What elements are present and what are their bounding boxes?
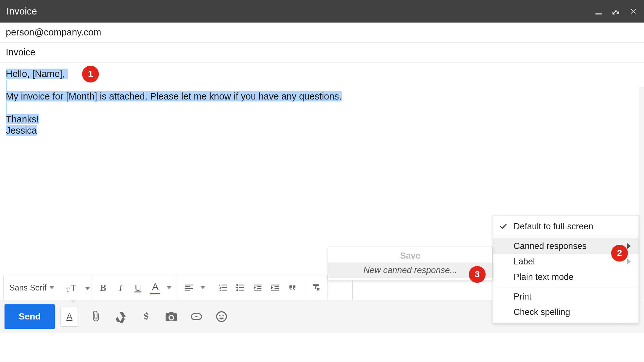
chevron-down-icon <box>201 286 205 289</box>
selection-empty-line-1 <box>6 80 7 91</box>
annotation-1-label: 1 <box>88 69 93 80</box>
insert-link-icon[interactable] <box>189 310 204 324</box>
submenu-header-label: Save <box>400 251 420 261</box>
menu-item-label: Canned responses <box>514 241 587 251</box>
svg-point-2 <box>236 287 238 288</box>
submenu-caret-icon <box>627 243 631 249</box>
body-line-3: Thanks! <box>6 114 39 124</box>
align-button[interactable] <box>183 282 195 293</box>
menu-item-label: Print <box>514 292 532 302</box>
subject-field-row[interactable]: Invoice <box>0 43 644 62</box>
compose-titlebar: Invoice <box>0 0 644 23</box>
menu-item-label: Check spelling <box>514 307 570 317</box>
svg-point-3 <box>236 289 238 291</box>
submenu-item-label: New canned response... <box>363 265 457 275</box>
menu-item-label: Plain text mode <box>514 272 573 282</box>
minimize-icon[interactable] <box>594 7 603 15</box>
body-line-1: Hello, [Name], <box>6 69 65 79</box>
chevron-down-icon <box>50 286 54 289</box>
menu-item-label: Label <box>514 257 535 267</box>
selection-empty-line-2 <box>6 102 7 114</box>
format-toolbar: Sans Serif TT B I U A <box>3 275 353 300</box>
insert-money-icon[interactable] <box>139 310 153 324</box>
menu-plain-text[interactable]: Plain text mode <box>493 269 639 285</box>
annotation-2-label: 2 <box>617 248 622 258</box>
submenu-new-canned-response[interactable]: New canned response... <box>328 262 492 278</box>
menu-check-spelling[interactable]: Check spelling <box>493 304 639 320</box>
italic-button[interactable]: I <box>115 282 126 293</box>
close-icon[interactable] <box>629 7 638 15</box>
quote-button[interactable] <box>287 282 298 293</box>
remove-formatting-button[interactable] <box>310 282 322 293</box>
send-button[interactable]: Send <box>5 304 55 329</box>
body-line-4: Jessica <box>6 125 37 136</box>
insert-drive-icon[interactable] <box>114 310 128 324</box>
body-line-2: My invoice for [Month] is attached. Plea… <box>6 91 342 101</box>
toolbar-pointer <box>70 300 77 303</box>
bold-button[interactable]: B <box>97 282 109 293</box>
popin-icon[interactable] <box>612 7 620 15</box>
svg-point-1 <box>236 284 238 286</box>
insert-photo-icon[interactable] <box>164 310 178 324</box>
annotation-3-label: 3 <box>475 269 480 280</box>
font-family-select[interactable]: Sans Serif <box>9 283 54 292</box>
bulleted-list-button[interactable] <box>234 282 246 293</box>
menu-default-fullscreen[interactable]: Default to full-screen <box>493 219 639 234</box>
formatting-toggle-button[interactable]: A <box>61 307 78 327</box>
canned-responses-submenu: Save New canned response... <box>328 247 493 280</box>
subject-text[interactable]: Invoice <box>6 47 35 57</box>
submenu-caret-icon <box>627 259 631 264</box>
check-icon <box>499 222 508 231</box>
annotation-badge-1: 1 <box>82 66 99 82</box>
annotation-badge-2: 2 <box>611 245 628 262</box>
window-controls <box>594 7 638 15</box>
chevron-down-icon <box>85 287 90 290</box>
body-scrollbar[interactable] <box>639 87 644 300</box>
menu-item-label: Default to full-screen <box>514 222 593 232</box>
compose-title: Invoice <box>6 6 37 17</box>
svg-rect-0 <box>595 14 602 14</box>
annotation-badge-3: 3 <box>469 266 486 283</box>
to-field-row[interactable]: person@company.com <box>0 23 644 43</box>
numbered-list-button[interactable] <box>217 282 229 293</box>
indent-less-button[interactable] <box>252 282 263 293</box>
attach-file-icon[interactable] <box>89 310 103 324</box>
submenu-save-header: Save <box>328 249 492 262</box>
text-color-button[interactable]: A <box>149 282 161 293</box>
chevron-down-icon <box>167 286 171 289</box>
font-family-label: Sans Serif <box>9 283 46 292</box>
more-options-menu: Default to full-screen Canned responses … <box>493 215 639 323</box>
insert-emoji-icon[interactable] <box>214 310 229 324</box>
to-chip[interactable]: person@company.com <box>6 27 101 38</box>
underline-button[interactable]: U <box>132 282 144 293</box>
indent-more-button[interactable] <box>269 282 281 293</box>
menu-print[interactable]: Print <box>493 289 639 304</box>
font-size-button[interactable]: TT <box>66 282 85 293</box>
